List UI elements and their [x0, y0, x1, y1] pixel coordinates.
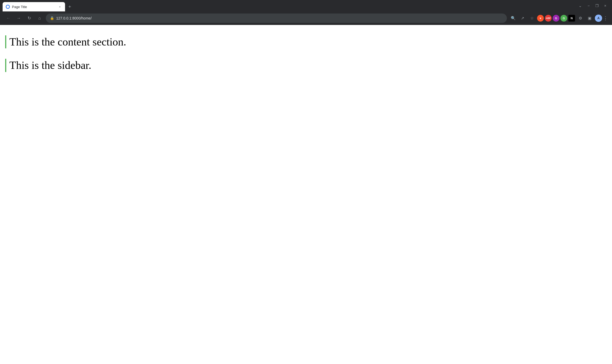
extension-g2-icon[interactable]: G [560, 15, 567, 22]
chevron-down-icon[interactable]: ⌄ [577, 2, 584, 9]
bookmark-icon[interactable]: ☆ [528, 14, 536, 22]
browser-menu-icon[interactable]: ⋮ [603, 15, 608, 21]
content-section: This is the content section. [5, 35, 607, 48]
page-content: This is the content section. This is the… [0, 25, 612, 364]
reload-button[interactable]: ↻ [25, 14, 33, 22]
restore-icon[interactable]: ❐ [593, 2, 601, 9]
notion-icon[interactable]: N [568, 15, 575, 22]
tab-bar-controls: ⌄ − ❐ × [577, 0, 612, 11]
content-section-text: This is the content section. [9, 35, 607, 48]
url-text[interactable]: 127.0.0.1:8000/home/ [56, 16, 503, 20]
lock-icon: 🔒 [50, 16, 54, 20]
nav-right-icons: 🔍 ↗ ☆ ♥ ABP G G N ⚙ ▣ A ⋮ [509, 14, 608, 22]
share-icon[interactable]: ↗ [518, 14, 527, 22]
forward-button[interactable]: → [15, 14, 23, 22]
tab-bar-left: Page Title × + [0, 2, 73, 11]
tab-favicon-inner [7, 5, 9, 8]
sidebar-toggle-icon[interactable]: ▣ [585, 14, 594, 22]
address-bar[interactable]: 🔒 127.0.0.1:8000/home/ [46, 14, 507, 23]
extensions-puzzle-icon[interactable]: ⚙ [576, 14, 584, 22]
home-button[interactable]: ⌂ [35, 14, 44, 22]
sidebar-section: This is the sidebar. [5, 59, 607, 72]
user-profile-icon[interactable]: A [595, 15, 602, 22]
browser-window: Page Title × + ⌄ − ❐ × ← → ↻ ⌂ 🔒 127.0.0… [0, 0, 612, 364]
tab-bar: Page Title × + ⌄ − ❐ × [0, 0, 612, 11]
brave-shield-icon[interactable]: ♥ [537, 15, 544, 22]
minimize-icon[interactable]: − [585, 2, 592, 9]
back-button[interactable]: ← [4, 14, 12, 22]
extension-g1-icon[interactable]: G [553, 15, 559, 22]
tab-favicon [6, 5, 10, 9]
tab-title: Page Title [12, 5, 56, 9]
search-icon[interactable]: 🔍 [509, 14, 517, 22]
close-window-icon[interactable]: × [602, 2, 609, 9]
nav-bar: ← → ↻ ⌂ 🔒 127.0.0.1:8000/home/ 🔍 ↗ ☆ ♥ A… [0, 11, 612, 25]
sidebar-section-text: This is the sidebar. [9, 59, 607, 72]
new-tab-button[interactable]: + [66, 3, 73, 10]
active-tab[interactable]: Page Title × [3, 2, 65, 11]
adblock-plus-icon[interactable]: ABP [545, 15, 552, 22]
tab-close-button[interactable]: × [58, 5, 62, 9]
